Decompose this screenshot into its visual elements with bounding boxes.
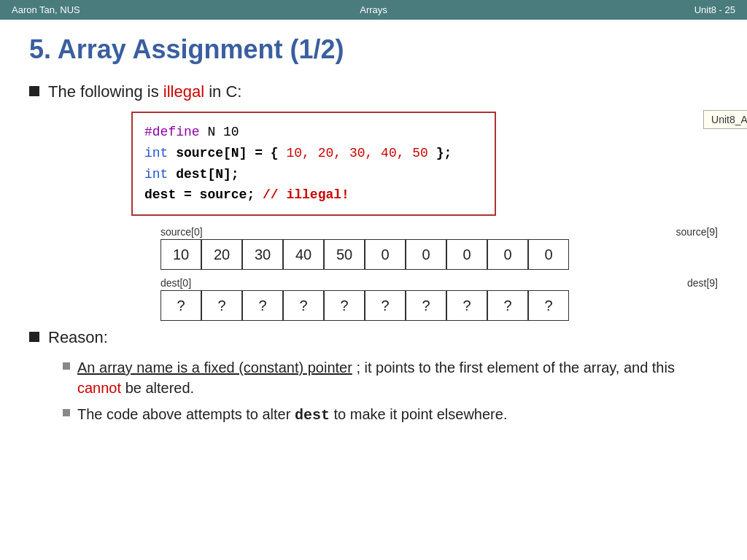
sub-bullet-1: An array name is a fixed (constant) poin… bbox=[63, 357, 718, 398]
intro-text: The following is illegal in C: bbox=[48, 82, 241, 101]
sub-bullets: An array name is a fixed (constant) poin… bbox=[63, 357, 718, 426]
source-label-right: source[9] bbox=[676, 226, 718, 238]
header-left: Aaron Tan, NUS bbox=[12, 4, 80, 15]
dest-cell-4: ? bbox=[324, 290, 365, 321]
array-name-text: An array name is a fixed (constant) poin… bbox=[77, 359, 352, 376]
reason-bullet-square-icon bbox=[29, 332, 39, 342]
code-line-4: dest = source; // illegal! bbox=[144, 184, 483, 206]
rest-before-cannot: ; it points to the first element of the … bbox=[356, 359, 675, 376]
source-cell-2: 30 bbox=[242, 239, 283, 270]
source-label-row: source[0] source[9] bbox=[160, 226, 718, 238]
dest-cell-1: ? bbox=[201, 290, 242, 321]
code-line-1: #define N 10 bbox=[144, 122, 483, 143]
cannot-text: cannot bbox=[77, 380, 121, 396]
dest-label-right: dest[9] bbox=[687, 277, 718, 289]
sub-bullet-2-text: The code above attempts to alter dest to… bbox=[77, 404, 507, 426]
file-label: Unit8_ArrayAssignment.c bbox=[703, 110, 747, 129]
source-cell-1: 20 bbox=[201, 239, 242, 270]
main-content: 5. Array Assignment (1/2) The following … bbox=[0, 20, 747, 446]
reason-bullet: Reason: bbox=[29, 328, 718, 347]
header-bar: Aaron Tan, NUS Arrays Unit8 - 25 bbox=[0, 0, 747, 20]
header-center: Arrays bbox=[360, 4, 387, 15]
sub-bullet-1-text: An array name is a fixed (constant) poin… bbox=[77, 357, 718, 398]
source-cell-7: 0 bbox=[446, 239, 487, 270]
int-keyword-1: int bbox=[144, 146, 168, 160]
intro-bullet: The following is illegal in C: bbox=[29, 82, 718, 101]
dest-cell-7: ? bbox=[446, 290, 487, 321]
slide-title: 5. Array Assignment (1/2) bbox=[29, 34, 718, 65]
source-cell-0: 10 bbox=[160, 239, 201, 270]
dest-label-row: dest[0] dest[9] bbox=[160, 277, 718, 289]
header-right: Unit8 - 25 bbox=[694, 4, 735, 15]
source-cell-5: 0 bbox=[365, 239, 406, 270]
dest-decl: dest[N]; bbox=[176, 167, 239, 182]
sub-bullet-1-icon bbox=[63, 362, 70, 370]
to-make-text: to make it point elsewhere. bbox=[334, 406, 508, 422]
define-keyword: #define bbox=[144, 125, 200, 139]
code-block-container: #define N 10 int source[N] = { 10, 20, 3… bbox=[131, 112, 718, 216]
code-line-2: int source[N] = { 10, 20, 30, 40, 50 }; bbox=[144, 143, 483, 164]
int-keyword-2: int bbox=[144, 167, 168, 182]
dest-array-viz: dest[0] dest[9] ?????????? bbox=[160, 277, 718, 321]
dest-cell-6: ? bbox=[406, 290, 446, 321]
illegal-comment: // illegal! bbox=[263, 187, 349, 202]
code-attempt-text: The code above attempts to alter bbox=[77, 406, 295, 422]
assign-stmt: dest = source; bbox=[144, 187, 255, 202]
code-block: #define N 10 int source[N] = { 10, 20, 3… bbox=[131, 112, 496, 216]
dest-cells: ?????????? bbox=[160, 290, 718, 321]
source-cells: 102030405000000 bbox=[160, 239, 718, 270]
source-cell-9: 0 bbox=[528, 239, 569, 270]
dest-cell-3: ? bbox=[283, 290, 324, 321]
reason-section: Reason: An array name is a fixed (consta… bbox=[29, 328, 718, 426]
source-decl: source[N] = { 10, 20, 30, 40, 50 }; bbox=[176, 146, 452, 160]
sub-bullet-2: The code above attempts to alter dest to… bbox=[63, 404, 718, 426]
source-cell-6: 0 bbox=[406, 239, 446, 270]
define-value: N 10 bbox=[207, 125, 239, 139]
source-cell-4: 50 bbox=[324, 239, 365, 270]
dest-cell-5: ? bbox=[365, 290, 406, 321]
source-label-left: source[0] bbox=[160, 226, 203, 238]
bullet-square-icon bbox=[29, 86, 39, 96]
source-cell-3: 40 bbox=[283, 239, 324, 270]
source-cell-8: 0 bbox=[487, 239, 528, 270]
dest-cell-9: ? bbox=[528, 290, 569, 321]
dest-cell-8: ? bbox=[487, 290, 528, 321]
dest-cell-2: ? bbox=[242, 290, 283, 321]
dest-code-text: dest bbox=[295, 407, 330, 424]
code-line-3: int dest[N]; bbox=[144, 164, 483, 185]
dest-label-left: dest[0] bbox=[160, 277, 191, 289]
source-array-viz: source[0] source[9] 102030405000000 bbox=[160, 226, 718, 270]
sub-bullet-2-icon bbox=[63, 409, 70, 416]
dest-cell-0: ? bbox=[160, 290, 201, 321]
reason-label: Reason: bbox=[48, 328, 108, 347]
rest-after-cannot: be altered. bbox=[125, 380, 195, 396]
